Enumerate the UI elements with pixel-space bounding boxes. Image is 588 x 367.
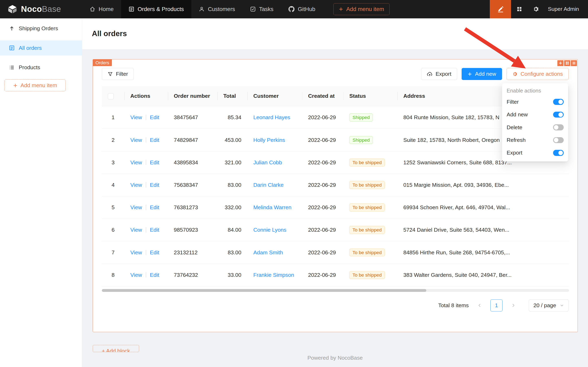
select-all-checkbox[interactable] [108, 93, 114, 99]
next-page-button[interactable] [508, 300, 519, 311]
nav-item-label: Orders & Products [138, 6, 184, 12]
nav-item-github[interactable]: GitHub [281, 0, 323, 18]
nav-item-orders-products[interactable]: Orders & Products [121, 0, 191, 18]
order-number-value: 43895834 [174, 159, 198, 166]
total-value: 332.00 [225, 204, 241, 210]
pagination: Total 8 items 1 20 / page [102, 300, 569, 311]
total-value: 85.34 [228, 114, 241, 120]
edit-link[interactable]: Edit [150, 114, 159, 120]
view-link[interactable]: View [130, 227, 142, 233]
customer-link[interactable]: Darin Clarke [253, 182, 284, 188]
sidebar-item-shipping-orders[interactable]: Shipping Orders [0, 21, 82, 36]
table-row[interactable]: 8 ViewEdit 73764232 33.00 Frankie Simpso… [102, 264, 569, 286]
block-tag: Orders [93, 59, 112, 66]
page-number-button[interactable]: 1 [490, 300, 503, 311]
dropdown-item-refresh[interactable]: Refresh [502, 134, 568, 146]
filter-toggle[interactable] [553, 99, 563, 105]
logo[interactable]: NocoBase [0, 0, 82, 18]
view-link[interactable]: View [130, 272, 142, 278]
view-link[interactable]: View [130, 182, 142, 188]
customer-link[interactable]: Melinda Warren [253, 204, 292, 210]
table-row[interactable]: 7 ViewEdit 23132112 83.00 Adam Smith 202… [102, 241, 569, 264]
page-size-select[interactable]: 20 / page [529, 300, 569, 311]
address-value: 69934 Schoen River, Apt. 646, 49704, Wal… [403, 204, 510, 210]
action-divider [146, 137, 146, 143]
ui-editor-button[interactable] [490, 0, 511, 18]
table-row[interactable]: 5 ViewEdit 76381273 332.00 Melinda Warre… [102, 196, 569, 219]
plugin-manager-icon[interactable] [511, 0, 528, 18]
edit-link[interactable]: Edit [150, 250, 159, 256]
view-link[interactable]: View [130, 250, 142, 256]
edit-link[interactable]: Edit [150, 272, 159, 278]
dropdown-title: Enable actions [502, 85, 568, 96]
customer-link[interactable]: Connie Lyons [253, 227, 286, 233]
edit-link[interactable]: Edit [150, 204, 159, 210]
row-index: 4 [111, 182, 115, 188]
export-button[interactable]: Export [421, 68, 457, 80]
block-add-icon[interactable] [557, 60, 563, 66]
edit-link[interactable]: Edit [150, 159, 159, 166]
table-row[interactable]: 2 ViewEdit 74829847 453.00 Holly Perkins… [102, 129, 569, 151]
table-row[interactable]: 3 ViewEdit 43895834 321.00 Julian Cobb 2… [102, 151, 569, 174]
file-icon [9, 45, 15, 51]
navbar-add-menu-item-button[interactable]: Add menu item [333, 3, 390, 15]
previous-page-button[interactable] [474, 300, 485, 311]
address-value: 015 Margie Mission, Apt. 093, 34936, Ebe… [403, 182, 509, 188]
user-menu[interactable]: Super Admin [544, 0, 588, 18]
add-new-button[interactable]: Add new [462, 68, 502, 80]
sidebar-add-menu-item-button[interactable]: Add menu item [5, 79, 66, 92]
arrow-up-icon [9, 26, 15, 32]
edit-link[interactable]: Edit [150, 182, 159, 188]
plus-icon [339, 7, 343, 11]
sidebar-item-all-orders[interactable]: All orders [0, 41, 82, 55]
table-toolbar: Filter Export Add new Configure actions [102, 68, 569, 80]
status-tag: Shipped [349, 136, 373, 144]
block-designer-toolbar [557, 60, 577, 66]
nav-item-tasks[interactable]: Tasks [243, 0, 281, 18]
view-link[interactable]: View [130, 204, 142, 210]
total-value: 83.00 [228, 250, 241, 256]
block-grid-icon[interactable] [564, 60, 570, 66]
scrollbar-thumb[interactable] [102, 289, 426, 292]
add-new-toggle[interactable] [553, 112, 563, 117]
customer-link[interactable]: Leonard Hayes [253, 114, 290, 120]
settings-gear-icon[interactable] [528, 0, 544, 18]
table-row[interactable]: 4 ViewEdit 75638347 83.00 Darin Clarke 2… [102, 174, 569, 196]
edit-link[interactable]: Edit [150, 137, 159, 143]
view-link[interactable]: View [130, 114, 142, 120]
horizontal-scrollbar[interactable] [102, 289, 569, 292]
sidebar: Shipping Orders All orders Products Add … [0, 18, 82, 367]
view-link[interactable]: View [130, 159, 142, 166]
delete-toggle[interactable] [553, 124, 563, 130]
add-block-button[interactable]: + Add block [93, 345, 139, 352]
export-toggle[interactable] [553, 150, 563, 156]
customers-icon [199, 6, 205, 12]
status-tag: To be shipped [349, 226, 385, 234]
nav-item-label: Customers [208, 6, 235, 12]
dropdown-item-delete[interactable]: Delete [502, 121, 568, 134]
dropdown-item-add-new[interactable]: Add new [502, 108, 568, 121]
refresh-toggle[interactable] [553, 137, 563, 143]
created-at-value: 2022-06-29 [308, 250, 336, 256]
dropdown-item-export[interactable]: Export [502, 147, 568, 159]
view-link[interactable]: View [130, 137, 142, 143]
customer-link[interactable]: Frankie Simpson [253, 272, 294, 278]
nav-item-customers[interactable]: Customers [191, 0, 243, 18]
block-menu-icon[interactable] [571, 60, 577, 66]
dropdown-item-filter[interactable]: Filter [502, 96, 568, 108]
customer-link[interactable]: Adam Smith [253, 250, 283, 256]
nav-item-home[interactable]: Home [82, 0, 121, 18]
action-divider [146, 227, 146, 233]
nav-item-label: Tasks [259, 6, 273, 12]
table-row[interactable]: 6 ViewEdit 98570923 84.00 Connie Lyons 2… [102, 219, 569, 241]
column-header-total: Total [217, 86, 247, 106]
customer-link[interactable]: Holly Perkins [253, 137, 285, 143]
row-index: 3 [111, 159, 115, 166]
configure-actions-button[interactable]: Configure actions [506, 68, 569, 80]
table-row[interactable]: 1 ViewEdit 38475647 85.34 Leonard Hayes … [102, 106, 569, 129]
pagination-total: Total 8 items [438, 302, 469, 309]
filter-button[interactable]: Filter [102, 68, 134, 80]
sidebar-item-products[interactable]: Products [0, 60, 82, 75]
edit-link[interactable]: Edit [150, 227, 159, 233]
customer-link[interactable]: Julian Cobb [253, 159, 282, 166]
